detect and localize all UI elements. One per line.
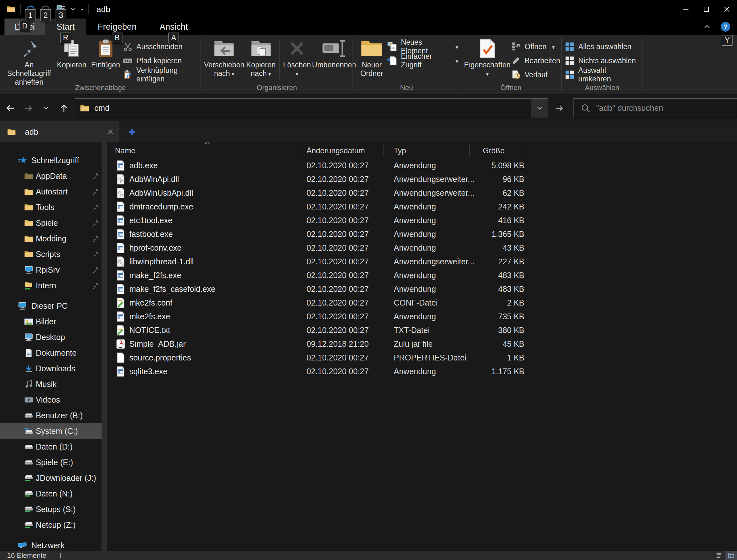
go-to-button[interactable] [550, 99, 569, 117]
column-header-size[interactable]: Größe [483, 146, 505, 155]
sidebar-item-tools[interactable]: Tools [0, 200, 102, 215]
paste-shortcut-button[interactable]: Verknüpfung einfügen [123, 68, 199, 81]
new-folder-button[interactable]: Neuer Ordner [356, 38, 387, 82]
keytip-help: Y [722, 35, 733, 46]
sidebar-item-jdownloader-j[interactable]: JDownloader (J:) [0, 470, 102, 486]
search-input[interactable] [596, 103, 737, 113]
file-row-libwinpthread-1-dll[interactable]: libwinpthread-1.dll 02.10.2020 00:27 Anw… [107, 255, 737, 269]
address-dropdown-button[interactable] [531, 99, 548, 118]
qat-menu-icon[interactable] [80, 8, 85, 11]
sidebar-item-videos[interactable]: Videos [0, 392, 102, 408]
qat-customize-button[interactable]: 3 [55, 4, 67, 15]
file-row-make-f2fs-casefold-exe[interactable]: make_f2fs_casefold.exe 02.10.2020 00:27 … [107, 282, 737, 296]
details-view-button[interactable] [725, 551, 737, 560]
address-bar[interactable]: cmd [75, 98, 548, 118]
chevron-down-icon[interactable] [71, 8, 76, 11]
sidebar-item-spiele[interactable]: Spiele [0, 215, 102, 231]
copy-to-button[interactable]: Kopieren nach [244, 38, 277, 82]
move-to-button[interactable]: Verschieben nach [204, 38, 244, 82]
large-icons-view-button[interactable] [713, 551, 725, 560]
file-row-adb-exe[interactable]: adb.exe 02.10.2020 00:27 Anwendung 5.098… [107, 159, 737, 172]
copy-path-button[interactable]: Pfad kopieren [123, 54, 199, 67]
invert-selection-button[interactable]: Auswahl umkehren [565, 68, 641, 81]
file-row-source-properties[interactable]: source.properties 02.10.2020 00:27 PROPE… [107, 351, 737, 365]
copy-to-icon [250, 38, 272, 59]
close-button[interactable] [717, 0, 737, 19]
paste-button[interactable]: Einfügen [88, 38, 123, 82]
maximize-button[interactable] [696, 0, 717, 19]
close-tab-button[interactable] [106, 127, 115, 136]
sidebar-item-rpisrv[interactable]: RpiSrv [0, 262, 102, 278]
new-tab-button[interactable] [127, 126, 138, 137]
file-row-fastboot-exe[interactable]: fastboot.exe 02.10.2020 00:27 Anwendung … [107, 227, 737, 241]
column-separator[interactable] [298, 144, 298, 157]
file-row-hprof-conv-exe[interactable]: hprof-conv.exe 02.10.2020 00:27 Anwendun… [107, 241, 737, 255]
file-row-mke2fs-exe[interactable]: mke2fs.exe 02.10.2020 00:27 Anwendung 73… [107, 310, 737, 323]
sidebar-item-schnellzugriff[interactable]: Schnellzugriff [0, 153, 102, 168]
up-button[interactable] [57, 101, 71, 116]
minimize-button[interactable] [676, 0, 696, 19]
pin-to-quick-access-button[interactable]: An Schnellzugriff anheften [3, 38, 55, 82]
back-button[interactable] [3, 101, 18, 116]
sidebar-item-benutzer-b[interactable]: Benutzer (B:) [0, 408, 102, 423]
undo-button[interactable]: 1 [25, 4, 36, 15]
tab-ansicht[interactable]: Ansicht A [148, 19, 200, 35]
sidebar-item-intern[interactable]: Intern [0, 278, 102, 293]
history-button[interactable]: Verlauf [511, 68, 560, 81]
file-row-make-f2fs-exe[interactable]: make_f2fs.exe 02.10.2020 00:27 Anwendung… [107, 269, 737, 282]
sidebar-scrollbar[interactable] [102, 142, 107, 551]
file-row-adbwinapi-dll[interactable]: AdbWinApi.dll 02.10.2020 00:27 Anwendung… [107, 172, 737, 186]
file-row-notice-txt[interactable]: NOTICE.txt 02.10.2020 00:27 TXT-Datei 38… [107, 323, 737, 337]
recent-locations-button[interactable] [39, 101, 53, 116]
folder-tab-adb[interactable]: adb [0, 121, 119, 142]
search-box[interactable] [574, 98, 737, 118]
sidebar-item-spiele-e[interactable]: Spiele (E:) [0, 455, 102, 470]
sidebar-item-musik[interactable]: Musik [0, 376, 102, 392]
open-button[interactable]: Öffnen [511, 40, 560, 53]
properties-button[interactable]: Eigenschaften [463, 38, 511, 82]
sidebar-item-system-c[interactable]: System (C:) [0, 423, 102, 439]
collapse-ribbon-button[interactable] [702, 22, 712, 32]
file-row-dmtracedump-exe[interactable]: dmtracedump.exe 02.10.2020 00:27 Anwendu… [107, 200, 737, 214]
file-row-sqlite3-exe[interactable]: sqlite3.exe 02.10.2020 00:27 Anwendung 1… [107, 365, 737, 378]
help-button[interactable]: Y [720, 22, 731, 32]
forward-button[interactable] [21, 101, 36, 116]
sidebar-item-desktop[interactable]: Desktop [0, 329, 102, 345]
file-type: CONF-Datei [394, 298, 438, 307]
sidebar-item-downloads[interactable]: Downloads [0, 361, 102, 376]
sidebar-item-daten-d[interactable]: Daten (D:) [0, 439, 102, 455]
file-row-adbwinusbapi-dll[interactable]: AdbWinUsbApi.dll 02.10.2020 00:27 Anwend… [107, 186, 737, 200]
column-separator[interactable] [469, 144, 470, 157]
sidebar-item-dokumente[interactable]: Dokumente [0, 345, 102, 361]
file-row-simple-adb-jar[interactable]: Simple_ADB.jar 09.12.2018 21:20 Zulu jar… [107, 337, 737, 351]
rename-button[interactable]: Umbenennen [312, 38, 356, 82]
easy-access-button[interactable]: Einfacher Zugriff [387, 54, 458, 67]
column-header-date[interactable]: Änderungsdatum [307, 146, 365, 155]
sidebar-item-netzwerk[interactable]: Netzwerk [0, 538, 102, 551]
sidebar-item-modding[interactable]: Modding [0, 231, 102, 246]
sidebar-item-bilder[interactable]: Bilder [0, 314, 102, 329]
sidebar-item-dieser-pc[interactable]: Dieser PC [0, 298, 102, 314]
cut-button[interactable]: Ausschneiden [123, 40, 199, 53]
tab-freigeben[interactable]: Freigeben B [86, 19, 148, 35]
sidebar-item-setups-s[interactable]: Setups (S:) [0, 502, 102, 517]
column-header-name[interactable]: Name [115, 146, 135, 155]
sidebar-item-scripts[interactable]: Scripts [0, 246, 102, 262]
sidebar-item-autostart[interactable]: Autostart [0, 184, 102, 200]
select-all-button[interactable]: Alles auswählen [565, 40, 641, 53]
sidebar-item-label: System (C:) [36, 427, 78, 436]
file-row-mke2fs-conf[interactable]: mke2fs.conf 02.10.2020 00:27 CONF-Datei … [107, 296, 737, 310]
delete-button[interactable]: Löschen [282, 38, 312, 82]
select-none-button[interactable]: Nichts auswählen [565, 54, 641, 67]
sidebar-item-icon [24, 427, 34, 435]
column-separator[interactable] [527, 144, 527, 157]
column-header-type[interactable]: Typ [394, 146, 406, 155]
sidebar-item-netcup-z[interactable]: Netcup (Z:) [0, 517, 102, 533]
file-row-etc1tool-exe[interactable]: etc1tool.exe 02.10.2020 00:27 Anwendung … [107, 214, 737, 227]
redo-button[interactable]: 2 [40, 4, 51, 15]
copy-button[interactable]: Kopieren [55, 38, 88, 82]
sidebar-item-daten-n[interactable]: Daten (N:) [0, 486, 102, 502]
new-item-button[interactable]: Neues Element [387, 40, 458, 53]
sidebar-item-appdata[interactable]: AppData [0, 168, 102, 184]
edit-button[interactable]: Bearbeiten [511, 54, 560, 67]
